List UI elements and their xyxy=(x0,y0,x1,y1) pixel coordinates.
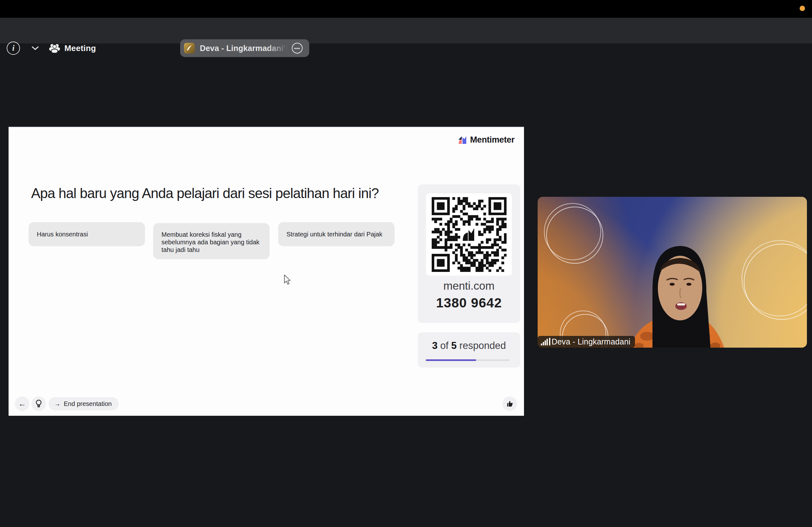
qr-box xyxy=(426,193,512,276)
mentimeter-brand: Mentimeter xyxy=(458,135,514,145)
info-icon: i xyxy=(12,43,14,53)
join-url: menti.com xyxy=(418,280,520,292)
tab-options-button[interactable]: ••• xyxy=(292,43,303,54)
meeting-label: Meeting xyxy=(64,43,96,53)
join-code: 1380 9642 xyxy=(418,295,520,311)
mentimeter-logo-icon xyxy=(458,135,467,145)
shared-slide: Mentimeter Apa hal baru yang Anda pelaja… xyxy=(9,127,524,416)
window-titlebar xyxy=(0,0,812,18)
window-control-dot[interactable] xyxy=(800,6,805,11)
participant-name-badge: Deva - Lingkarmadani xyxy=(538,336,635,348)
forward-arrow-icon: → xyxy=(54,400,61,408)
participant-video-tile[interactable]: Deva - Lingkarmadani xyxy=(538,197,807,348)
responded-progress-track xyxy=(426,359,510,361)
back-arrow-icon: ← xyxy=(18,399,26,408)
responded-total: 5 xyxy=(451,340,456,351)
quill-icon xyxy=(186,45,193,52)
thumbs-up-icon xyxy=(506,400,513,408)
response-text: Membuat koreksi fiskal yang sebelumnya a… xyxy=(161,231,259,253)
qr-code xyxy=(432,197,507,272)
response-text: Harus konsentrasi xyxy=(37,230,88,238)
chevron-down-icon xyxy=(31,46,39,50)
brand-name: Mentimeter xyxy=(470,135,514,145)
expand-menu-button[interactable] xyxy=(30,44,40,52)
end-presentation-label: End presentation xyxy=(64,400,112,408)
mouse-cursor xyxy=(283,274,293,285)
participant-person xyxy=(538,197,807,348)
screen-share-tab-label-wrap: Deva - Lingkarmadani's scree xyxy=(200,44,289,53)
label-fade xyxy=(267,44,289,53)
end-presentation-button[interactable]: → End presentation xyxy=(48,397,119,410)
people-icon xyxy=(48,43,61,54)
meeting-view-button[interactable]: Meeting xyxy=(48,42,96,55)
meeting-toolbar: i Meeting xyxy=(0,18,812,43)
screen-share-tab[interactable]: Deva - Lingkarmadani's scree ••• xyxy=(180,39,309,57)
response-card: Strategi untuk terhindar dari Pajak xyxy=(278,222,395,246)
participant-name: Deva - Lingkarmadani xyxy=(552,337,630,346)
hint-button[interactable] xyxy=(31,396,46,411)
info-button[interactable]: i xyxy=(7,42,20,55)
responded-label: responded xyxy=(459,340,506,351)
join-panel: menti.com 1380 9642 xyxy=(418,184,520,323)
ellipsis-icon: ••• xyxy=(294,46,300,51)
previous-slide-button[interactable]: ← xyxy=(15,396,29,411)
responded-count: 3 xyxy=(432,340,437,351)
response-card: Membuat koreksi fiskal yang sebelumnya a… xyxy=(153,223,270,259)
meeting-app-window: i Meeting xyxy=(0,0,812,527)
slide-question-title: Apa hal baru yang Anda pelajari dari ses… xyxy=(31,185,412,201)
responded-panel: 3 of 5 responded xyxy=(418,332,520,367)
responded-text: 3 of 5 responded xyxy=(418,340,520,351)
progress-fill xyxy=(426,359,476,361)
lightbulb-icon xyxy=(35,399,42,408)
response-text: Strategi untuk terhindar dari Pajak xyxy=(287,230,382,238)
audio-level-icon xyxy=(541,338,550,345)
notes-app-icon xyxy=(184,43,195,54)
response-card: Harus konsentrasi xyxy=(29,222,145,246)
thumbs-up-button[interactable] xyxy=(503,396,517,411)
responded-of: of xyxy=(440,340,449,351)
